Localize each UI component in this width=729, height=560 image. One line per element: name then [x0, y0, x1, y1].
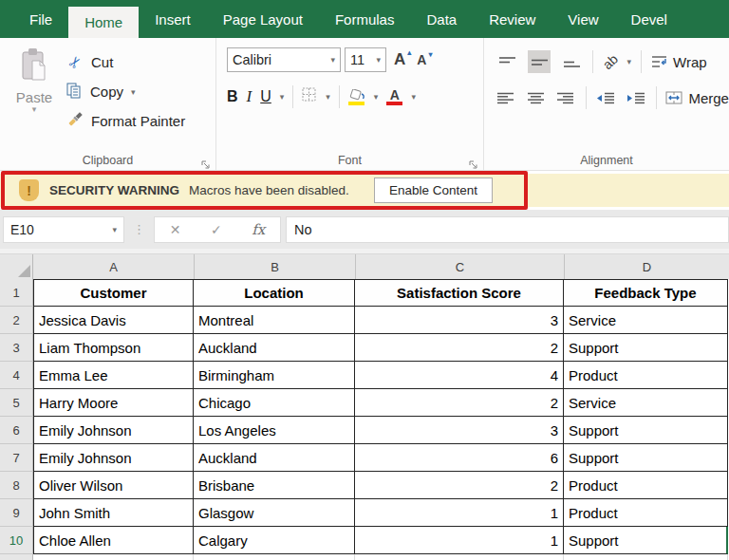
fill-color-button[interactable]	[348, 89, 365, 105]
enable-content-button[interactable]: Enable Content	[374, 177, 493, 203]
cell-A3[interactable]: Liam Thompson	[33, 334, 194, 362]
cell-D1[interactable]: Feedback Type	[564, 279, 728, 307]
cell-B5[interactable]: Chicago	[194, 389, 355, 417]
column-header-d[interactable]: D	[565, 254, 729, 279]
font-name-combobox[interactable]: Calibri ▾	[227, 47, 341, 72]
cell-D8[interactable]: Product	[564, 472, 728, 499]
cell-D6[interactable]: Support	[564, 417, 728, 444]
cell-D2[interactable]: Service	[564, 307, 728, 334]
cell-B9[interactable]: Glasgow	[194, 499, 355, 527]
row-header-2[interactable]: 2	[0, 307, 33, 334]
italic-button[interactable]: I	[247, 87, 252, 106]
tab-data[interactable]: Data	[410, 0, 473, 38]
font-dialog-launcher-icon[interactable]	[469, 157, 478, 166]
tab-page-layout[interactable]: Page Layout	[207, 0, 319, 38]
underline-button[interactable]: U	[260, 88, 271, 105]
formula-input[interactable]: No	[286, 216, 729, 243]
paste-button[interactable]: Paste ▾	[8, 47, 61, 113]
row-header-1[interactable]: 1	[0, 279, 33, 307]
clipboard-dialog-launcher-icon[interactable]	[201, 157, 211, 166]
tab-insert[interactable]: Insert	[139, 0, 207, 38]
row-header-10[interactable]: 10	[0, 527, 33, 554]
cell-B2[interactable]: Montreal	[194, 307, 355, 334]
tab-review[interactable]: Review	[473, 0, 551, 38]
copy-button[interactable]: Copy ▾	[66, 77, 215, 106]
cell-C5[interactable]: 2	[355, 389, 564, 417]
cell-A10[interactable]: Chloe Allen	[33, 527, 194, 554]
row-header-partial[interactable]	[0, 554, 33, 560]
select-all-button[interactable]	[0, 254, 33, 279]
column-header-c[interactable]: C	[356, 254, 565, 279]
align-center-button[interactable]	[526, 86, 547, 109]
cell-B10[interactable]: Calgary	[194, 527, 355, 554]
row-header-6[interactable]: 6	[0, 417, 33, 444]
middle-align-button[interactable]	[528, 50, 551, 73]
enter-icon[interactable]: ✓	[211, 222, 222, 237]
orientation-dropdown-caret[interactable]: ▾	[627, 57, 632, 66]
decrease-indent-button[interactable]	[595, 86, 616, 109]
name-box[interactable]: E10 ▾	[3, 216, 124, 243]
tab-home[interactable]: Home	[68, 7, 139, 38]
cell-A9[interactable]: John Smith	[33, 499, 194, 527]
increase-indent-button[interactable]	[626, 86, 646, 109]
cell-D9[interactable]: Product	[564, 499, 728, 527]
row-header-7[interactable]: 7	[0, 444, 33, 472]
cell-C1[interactable]: Satisfaction Score	[355, 279, 564, 307]
cell-C2[interactable]: 3	[355, 307, 564, 334]
cell-D7[interactable]: Support	[564, 444, 728, 472]
cell-D4[interactable]: Product	[564, 362, 728, 389]
cell-B1[interactable]: Location	[194, 279, 355, 307]
row-header-8[interactable]: 8	[0, 472, 33, 499]
cell-B7[interactable]: Auckland	[194, 444, 355, 472]
borders-dropdown-caret[interactable]: ▾	[326, 92, 330, 102]
grow-font-button[interactable]: A ▴	[390, 50, 409, 69]
cell-D3[interactable]: Support	[564, 334, 728, 362]
wrap-text-button[interactable]: Wrap	[651, 54, 707, 70]
cell-B8[interactable]: Brisbane	[194, 472, 355, 499]
cell-A2[interactable]: Jessica Davis	[33, 307, 194, 334]
paste-dropdown-caret[interactable]: ▾	[8, 105, 61, 113]
row-header-3[interactable]: 3	[0, 334, 33, 362]
underline-dropdown-caret[interactable]: ▾	[280, 92, 285, 102]
tab-file[interactable]: File	[13, 0, 68, 38]
cell-A4[interactable]: Emma Lee	[33, 362, 194, 389]
tab-view[interactable]: View	[551, 0, 614, 38]
orientation-button[interactable]: ab	[600, 51, 621, 72]
cell-C9[interactable]: 1	[355, 499, 564, 527]
align-left-button[interactable]	[495, 86, 516, 109]
tab-devel[interactable]: Devel	[615, 0, 683, 38]
merge-center-button[interactable]: Merge	[665, 90, 729, 106]
row-header-5[interactable]: 5	[0, 389, 33, 417]
bottom-align-button[interactable]	[560, 50, 583, 73]
cell-A8[interactable]: Oliver Wilson	[33, 472, 194, 499]
font-size-combobox[interactable]: 11 ▾	[345, 47, 386, 72]
cancel-icon[interactable]: ✕	[170, 222, 181, 237]
cell-C6[interactable]: 3	[355, 417, 564, 444]
insert-function-icon[interactable]: fx	[252, 221, 265, 238]
cell-B4[interactable]: Birmingham	[194, 362, 355, 389]
font-color-button[interactable]: A	[386, 89, 402, 105]
align-right-button[interactable]	[555, 86, 576, 109]
name-box-caret-icon[interactable]: ▾	[112, 225, 117, 234]
row-header-4[interactable]: 4	[0, 362, 33, 389]
bold-button[interactable]: B	[227, 88, 238, 105]
cell-C8[interactable]: 2	[355, 472, 564, 499]
cell-A1[interactable]: Customer	[33, 279, 194, 307]
cell-D5[interactable]: Service	[564, 389, 728, 417]
cell-A5[interactable]: Harry Moore	[33, 389, 194, 417]
format-painter-button[interactable]: Format Painter	[66, 106, 215, 136]
cell-C10[interactable]: 1	[355, 527, 564, 554]
font-color-dropdown-caret[interactable]: ▾	[411, 92, 416, 102]
fill-color-dropdown-caret[interactable]: ▾	[374, 92, 379, 102]
cell-A6[interactable]: Emily Johnson	[33, 417, 194, 444]
cell-C3[interactable]: 2	[355, 334, 564, 362]
copy-dropdown-caret[interactable]: ▾	[131, 87, 136, 97]
cell-B6[interactable]: Los Angeles	[194, 417, 355, 444]
cell-C4[interactable]: 4	[355, 362, 564, 389]
shrink-font-button[interactable]: A ▾	[413, 52, 430, 67]
cut-button[interactable]: ✂ Cut	[66, 47, 215, 77]
cell-B3[interactable]: Auckland	[194, 334, 355, 362]
column-header-b[interactable]: B	[195, 254, 356, 279]
column-header-a[interactable]: A	[33, 254, 195, 279]
cell-C7[interactable]: 6	[355, 444, 564, 472]
